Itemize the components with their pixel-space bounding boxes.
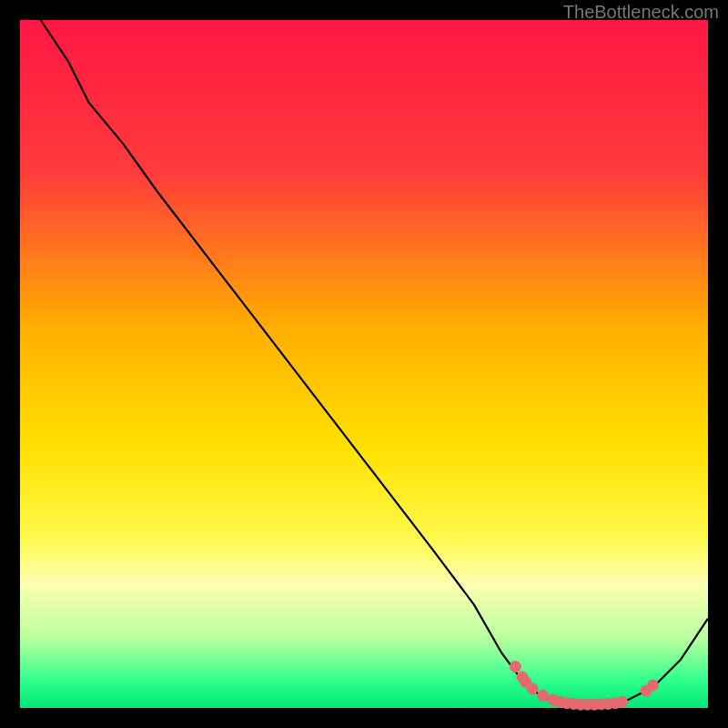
- bottleneck-chart: [0, 0, 728, 728]
- chart-marker: [617, 696, 628, 707]
- chart-marker: [648, 680, 659, 691]
- attribution-text: TheBottleneck.com: [563, 2, 719, 23]
- chart-marker: [527, 683, 538, 694]
- chart-gradient-bg: [20, 20, 708, 708]
- chart-marker: [538, 690, 549, 701]
- chart-marker: [510, 662, 521, 672]
